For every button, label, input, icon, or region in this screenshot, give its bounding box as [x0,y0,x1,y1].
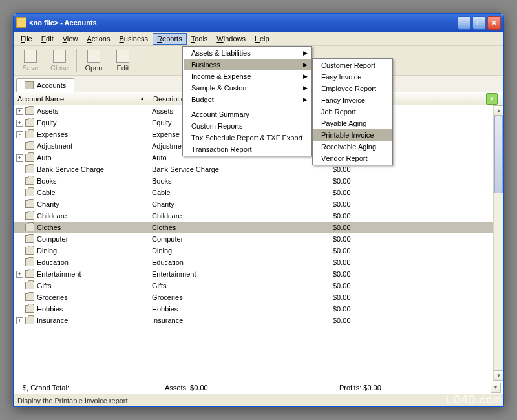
menu-item-account-summary[interactable]: Account Summary [184,109,311,120]
status-text: Display the Printable Invoice report [17,397,128,404]
maximize-button[interactable]: □ [472,16,486,30]
menu-item-transaction-report[interactable]: Transaction Report [184,143,311,155]
expander-placeholder [16,178,23,185]
menu-business[interactable]: Business [114,33,153,45]
summary-bar: $, Grand Total: Assets: $0.00 Profits: $… [14,381,503,394]
menu-file[interactable]: File [16,33,37,45]
menu-item-tax-schedule-report-txf-export[interactable]: Tax Schedule Report & TXF Export [184,132,311,143]
account-desc: Bank Service Charge [149,165,330,173]
edit-icon [116,50,129,63]
table-row[interactable]: CharityCharity$0.00 [14,198,493,210]
account-name: Expenses [37,131,68,138]
account-total: $0.00 [330,270,447,278]
table-row[interactable]: BooksBooks$0.00 [14,175,493,187]
table-row[interactable]: ComputerComputer$0.00 [14,233,493,245]
table-row[interactable]: HobbiesHobbies$0.00 [14,303,493,315]
account-name: Assets [37,107,58,115]
menu-item-receivable-aging[interactable]: Receivable Aging [313,141,392,152]
submenu-arrow-icon: ▶ [303,73,308,79]
account-icon [25,305,34,313]
account-icon [25,119,34,127]
account-total: $0.00 [330,305,447,313]
account-name: Groceries [37,293,68,301]
account-total: $0.00 [330,212,447,220]
menu-help[interactable]: Help [250,33,274,45]
collapse-icon[interactable]: - [16,131,23,138]
expander-placeholder [16,201,23,208]
menu-view[interactable]: View [58,33,83,45]
menu-item-customer-report[interactable]: Customer Report [313,59,392,71]
account-total: $0.00 [330,247,447,255]
menu-item-sample-custom[interactable]: Sample & Custom▶ [184,82,311,94]
table-row[interactable]: CableCable$0.00 [14,187,493,198]
menu-item-custom-reports[interactable]: Custom Reports [184,120,311,132]
menu-item-payable-aging[interactable]: Payable Aging [313,118,392,129]
account-desc: Insurance [149,317,330,324]
account-total: $0.00 [330,177,447,185]
table-row[interactable]: EducationEducation$0.00 [14,257,493,268]
menu-reports[interactable]: Reports [153,33,187,45]
close-button[interactable]: × [487,16,501,30]
edit-button[interactable]: Edit [109,47,137,74]
scroll-down-button[interactable]: ▼ [494,370,503,381]
scroll-thumb[interactable] [494,116,503,193]
save-button[interactable]: Save [16,47,45,74]
table-row[interactable]: DiningDining$0.00 [14,245,493,257]
account-icon [25,165,34,173]
account-name: Childcare [37,212,67,220]
menu-edit[interactable]: Edit [37,33,58,45]
tab-accounts[interactable]: Accounts [16,78,74,92]
table-row[interactable]: ClothesClothes$0.00 [14,222,493,233]
menu-item-job-report[interactable]: Job Report [313,106,392,118]
menu-item-budget[interactable]: Budget▶ [184,94,311,105]
account-name: Insurance [37,317,68,324]
toolbar-separator [76,49,77,72]
minimize-button[interactable]: _ [458,16,471,30]
account-total: $0.00 [330,317,447,324]
expand-icon[interactable]: + [16,120,23,127]
expand-icon[interactable]: + [16,108,23,115]
summary-dropdown-button[interactable]: ▼ [491,383,501,393]
account-desc: Groceries [149,293,330,301]
account-total: $0.00 [330,282,447,289]
open-button[interactable]: Open [79,47,108,74]
col-name[interactable]: Account Name▲ [14,92,149,105]
account-icon [25,212,34,220]
menu-item-employee-report[interactable]: Employee Report [313,83,392,94]
expander-placeholder [16,236,23,243]
menu-tools[interactable]: Tools [187,33,213,45]
menu-windows[interactable]: Windows [212,33,250,45]
menu-item-income-expense[interactable]: Income & Expense▶ [184,70,311,82]
account-name: Equity [37,119,57,127]
titlebar[interactable]: <no file> - Accounts _ □ × [14,14,503,32]
table-row[interactable]: GroceriesGroceries$0.00 [14,291,493,303]
account-total: $0.00 [330,224,447,231]
arrow-down-icon[interactable]: ▼ [486,93,498,105]
menu-item-fancy-invoice[interactable]: Fancy Invoice [313,94,392,106]
table-row[interactable]: +InsuranceInsurance$0.00 [14,315,493,326]
scroll-up-button[interactable]: ▲ [494,105,503,116]
expander-placeholder [16,306,23,313]
menu-actions[interactable]: Actions [82,33,114,45]
expand-icon[interactable]: + [16,154,23,162]
menu-item-business[interactable]: Business▶ [184,59,311,70]
submenu-arrow-icon: ▶ [303,96,308,103]
menu-item-printable-invoice[interactable]: Printable Invoice [313,129,392,141]
table-row[interactable]: Bank Service ChargeBank Service Charge$0… [14,163,493,175]
menu-item-assets-liabilities[interactable]: Assets & Liabilities▶ [184,47,311,59]
table-row[interactable]: +EntertainmentEntertainment$0.00 [14,268,493,280]
account-desc: Clothes [149,224,330,231]
account-name: Clothes [37,224,61,231]
account-icon [25,317,34,324]
expander-placeholder [16,213,23,220]
table-row[interactable]: GiftsGifts$0.00 [14,280,493,291]
account-name: Auto [37,154,52,162]
vertical-scrollbar[interactable]: ▲ ▼ [493,105,503,381]
table-row[interactable]: ChildcareChildcare$0.00 [14,210,493,222]
expand-icon[interactable]: + [16,317,23,324]
close-account-button[interactable]: Close [45,47,74,74]
menu-item-easy-invoice[interactable]: Easy Invoice [313,71,392,83]
expand-icon[interactable]: + [16,271,23,278]
account-total: $0.00 [330,189,447,196]
menu-item-vendor-report[interactable]: Vendor Report [313,152,392,164]
